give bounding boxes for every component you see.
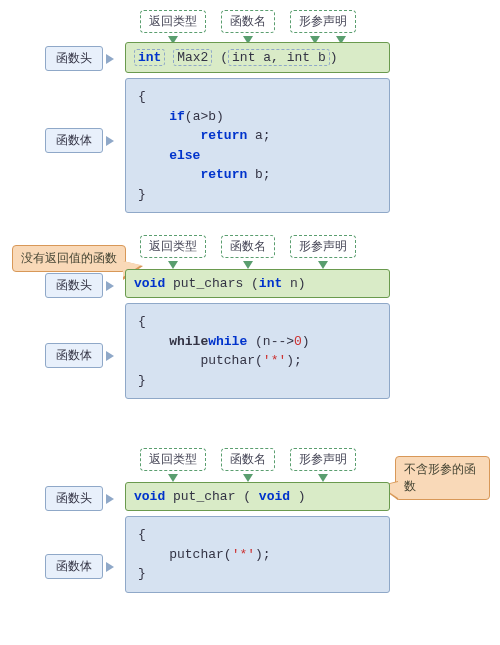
label-func-body: 函数体 bbox=[45, 128, 103, 153]
code-void: void bbox=[134, 489, 165, 504]
code-paren: ) bbox=[330, 50, 338, 65]
code-func-name: put_chars bbox=[165, 276, 251, 291]
callout-no-return: 没有返回值的函数 bbox=[12, 245, 126, 272]
label-func-head: 函数头 bbox=[45, 46, 103, 71]
code-func-name: put_char bbox=[165, 489, 243, 504]
func-body-box-3: { putchar('*'); } bbox=[125, 516, 390, 593]
label-param-decl: 形参声明 bbox=[290, 10, 356, 33]
label-func-name: 函数名 bbox=[221, 10, 275, 33]
callout-no-param: 不含形参的函数 bbox=[395, 456, 490, 500]
func-head-box-1: int Max2 (int a, int b) bbox=[125, 42, 390, 73]
code-paren: ) bbox=[290, 489, 306, 504]
label-func-head: 函数头 bbox=[45, 273, 103, 298]
code-paren: ( bbox=[220, 50, 228, 65]
label-func-name: 函数名 bbox=[221, 448, 275, 471]
diagram-section-1: 返回类型 函数名 形参声明 函数头 int Max2 (int a, int b… bbox=[10, 10, 490, 215]
label-return-type: 返回类型 bbox=[140, 235, 206, 258]
label-func-body: 函数体 bbox=[45, 554, 103, 579]
func-body-box-2: { whilewhile (n-->0) putchar('*'); } bbox=[125, 303, 390, 399]
func-head-box-2: void put_chars (int n) bbox=[125, 269, 390, 298]
label-func-head: 函数头 bbox=[45, 486, 103, 511]
label-return-type: 返回类型 bbox=[140, 448, 206, 471]
label-func-name: 函数名 bbox=[221, 235, 275, 258]
code-params: int a, int b bbox=[228, 49, 330, 66]
code-return-type: int bbox=[134, 49, 165, 66]
label-param-decl: 形参声明 bbox=[290, 235, 356, 258]
label-return-type: 返回类型 bbox=[140, 10, 206, 33]
code-paren: ( bbox=[243, 489, 259, 504]
code-func-name: Max2 bbox=[173, 49, 212, 66]
diagram-section-2: 没有返回值的函数 返回类型 函数名 形参声明 函数头 void put_char… bbox=[10, 233, 490, 428]
code-void: void bbox=[134, 276, 165, 291]
func-body-box-1: { if(a>b) return a; else return b; } bbox=[125, 78, 390, 213]
code-param-void: void bbox=[259, 489, 290, 504]
func-head-box-3: void put_char ( void ) bbox=[125, 482, 390, 511]
code-params: (int n) bbox=[251, 276, 306, 291]
label-param-decl: 形参声明 bbox=[290, 448, 356, 471]
diagram-section-3: 返回类型 函数名 形参声明 不含形参的函数 函数头 void put_char … bbox=[10, 446, 490, 626]
label-func-body: 函数体 bbox=[45, 343, 103, 368]
